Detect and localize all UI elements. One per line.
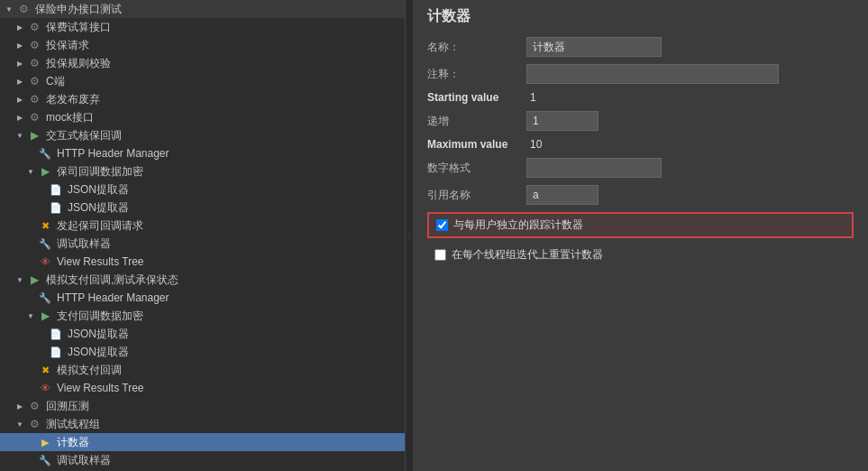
gear-icon: ⚙ (27, 399, 41, 413)
reset-checkbox[interactable] (434, 249, 446, 261)
comment-row: 注释： (427, 64, 854, 84)
tree-item[interactable]: ✖模拟支付回调 (0, 361, 405, 379)
tree-arrow: ▶ (14, 94, 25, 105)
tree-item-label: 回溯压测 (46, 399, 89, 414)
tree-item[interactable]: ▼⚙测试线程组 (0, 415, 405, 433)
wrench-orange-icon: ✖ (38, 218, 52, 233)
folder-green-icon: ▶ (27, 128, 41, 143)
tree-item[interactable]: ▶⚙老发布废弃 (0, 90, 405, 108)
tree-item-label: View Results Tree (57, 382, 144, 394)
gear-icon: ⚙ (27, 110, 41, 125)
tree-panel[interactable]: ▼⚙保险申办接口测试▶⚙保费试算接口▶⚙投保请求▶⚙投保规则校验▶⚙C端▶⚙老发… (0, 0, 406, 471)
name-input[interactable] (526, 37, 662, 57)
number-format-input[interactable] (526, 158, 662, 178)
tree-item[interactable]: ▼▶交互式核保回调 (0, 126, 405, 144)
tree-item-label: JSON提取器 (68, 345, 129, 360)
tree-item-label: 老发布废弃 (46, 92, 100, 107)
tree-item-label: 调试取样器 (57, 236, 111, 252)
tree-item-label: 保司回调数据加密 (57, 164, 143, 180)
tree-arrow: ▶ (14, 401, 25, 411)
increment-input[interactable] (526, 111, 598, 131)
tree-arrow: ▶ (14, 112, 25, 123)
tree-item[interactable]: ▼▶保司回调数据加密 (0, 162, 405, 180)
wrench-icon: 🔧 (38, 291, 52, 305)
tree-item-label: C端 (46, 74, 65, 89)
eye-icon: 👁 (38, 254, 52, 269)
tree-arrow: ▶ (14, 40, 25, 51)
panel-title: 计数器 (427, 7, 854, 26)
tree-item[interactable]: ▶⚙投保规则校验 (0, 54, 405, 72)
doc-icon: 📄 (49, 327, 63, 341)
tree-item[interactable]: 👁View Results Tree (0, 379, 405, 397)
reset-row[interactable]: 在每个线程组迭代上重置计数器 (427, 244, 854, 266)
tree-item-label: JSON提取器 (68, 182, 129, 198)
folder-green-icon: ▶ (38, 164, 52, 179)
tree-item[interactable]: 🔧调试取样器 (0, 451, 405, 469)
wrench-orange-icon: ✖ (38, 363, 52, 377)
tree-item-label: View Results Tree (57, 255, 144, 268)
comment-label: 注释： (427, 67, 526, 82)
tree-arrow: ▶ (14, 58, 25, 69)
per-user-row[interactable]: 与每用户独立的跟踪计数器 (427, 212, 854, 238)
max-value: 10 (530, 138, 542, 151)
max-value-label: Maximum value (427, 138, 526, 151)
tree-arrow: ▼ (4, 4, 14, 14)
max-value-row: Maximum value 10 (427, 138, 854, 151)
gear-icon: ⚙ (27, 20, 41, 34)
tree-item[interactable]: ▶⚙投保请求 (0, 36, 405, 54)
tree-item[interactable]: 🔧HTTP Header Manager (0, 144, 405, 162)
tree-item[interactable]: ▶⚙回溯压测 (0, 397, 405, 415)
tree-item[interactable]: ▶⚙mock接口 (0, 108, 405, 126)
tree-item[interactable]: 📄JSON提取器 (0, 343, 405, 361)
tree-item[interactable]: 📄JSON提取器 (0, 180, 405, 199)
tree-arrow: ▼ (14, 130, 25, 141)
tree-item[interactable]: 📄JSON提取器 (0, 325, 405, 343)
tree-item-label: 投保规则校验 (46, 56, 111, 71)
right-panel: 计数器 名称： 注释： Starting value 1 递增 Maximum … (413, 0, 868, 471)
divider: ⋮ (406, 0, 413, 471)
tree-item[interactable]: ▼▶支付回调数据加密 (0, 307, 405, 325)
tree-item-label: 模拟支付回调,测试承保状态 (46, 272, 178, 288)
tree-item[interactable]: ✖发起保司回调请求 (0, 217, 405, 235)
per-user-label: 与每用户独立的跟踪计数器 (453, 217, 583, 233)
counter-icon: ▶ (38, 435, 52, 449)
tree-item-label: 支付回调数据加密 (57, 309, 143, 324)
tree-item[interactable]: ▶计数器 (0, 433, 405, 451)
tree-arrow: ▶ (14, 22, 25, 32)
tree-item-label: 发起保司回调请求 (57, 218, 143, 234)
number-format-label: 数字格式 (427, 161, 526, 176)
starting-value: 1 (530, 91, 536, 104)
tree-item[interactable]: 🔧调试取样器 (0, 235, 405, 253)
gear-icon: ⚙ (27, 417, 41, 431)
tree-item[interactable]: ▶⚙保费试算接口 (0, 18, 405, 36)
per-user-checkbox[interactable] (436, 219, 448, 231)
wrench-blue-icon: 🔧 (38, 453, 52, 467)
tree-item-label: 模拟支付回调 (57, 363, 122, 378)
tree-item[interactable]: 📄JSON提取器 (0, 199, 405, 217)
tree-item[interactable]: 👁View Results Tree (0, 253, 405, 271)
tree-item-label: 保险申办接口测试 (35, 2, 122, 17)
tree-arrow: ▼ (14, 274, 25, 285)
tree-item[interactable]: ▼⚙保险申办接口测试 (0, 0, 405, 18)
tree-item-label: 投保请求 (46, 38, 89, 53)
reference-name-input[interactable] (526, 185, 598, 205)
tree-item-label: HTTP Header Manager (57, 291, 169, 304)
tree-item[interactable]: ▶⚙C端 (0, 72, 405, 90)
number-format-row: 数字格式 (427, 158, 854, 178)
comment-input[interactable] (526, 64, 779, 84)
tree-item[interactable]: ▼▶模拟支付回调,测试承保状态 (0, 271, 405, 289)
wrench-icon: 🔧 (38, 146, 52, 161)
name-row: 名称： (427, 37, 854, 57)
tree-item[interactable]: 🔧HTTP Header Manager (0, 289, 405, 307)
gear-icon: ⚙ (27, 92, 41, 106)
starting-value-row: Starting value 1 (427, 91, 854, 104)
tree-item-label: 保费试算接口 (46, 20, 111, 35)
reference-name-label: 引用名称 (427, 188, 526, 203)
tree-arrow: ▼ (14, 419, 25, 429)
increment-label: 递增 (427, 114, 526, 129)
tree-item-label: JSON提取器 (68, 327, 129, 342)
reference-name-row: 引用名称 (427, 185, 854, 205)
tree-item-label: 测试线程组 (46, 417, 100, 432)
tree-arrow: ▶ (14, 76, 25, 87)
tree-arrow: ▼ (25, 166, 36, 177)
